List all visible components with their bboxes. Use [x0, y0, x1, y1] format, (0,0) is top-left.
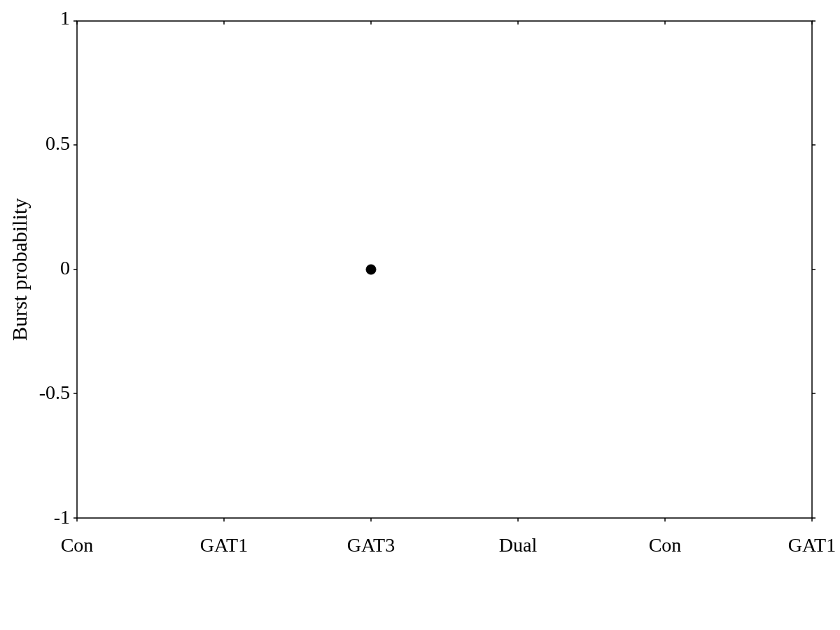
y-label-0: 0	[60, 257, 70, 279]
plot-area	[77, 21, 812, 518]
y-axis-label: Burst probability	[8, 198, 31, 341]
data-point-gat3	[366, 265, 376, 274]
chart-container: 1 0.5 0 -0.5 -1 Con	[0, 0, 840, 630]
y-label-05: 0.5	[46, 132, 70, 154]
x-label-gat1-2: GAT1	[788, 534, 836, 556]
x-label-gat1-1: GAT1	[200, 534, 248, 556]
y-label-n05: -0.5	[39, 382, 70, 403]
x-label-dual: Dual	[499, 534, 538, 556]
x-label-con1: Con	[61, 534, 94, 556]
x-label-gat3: GAT3	[347, 534, 395, 556]
y-label-1: 1	[60, 7, 70, 29]
x-label-con2: Con	[649, 534, 682, 556]
y-label-n1: -1	[54, 506, 70, 528]
